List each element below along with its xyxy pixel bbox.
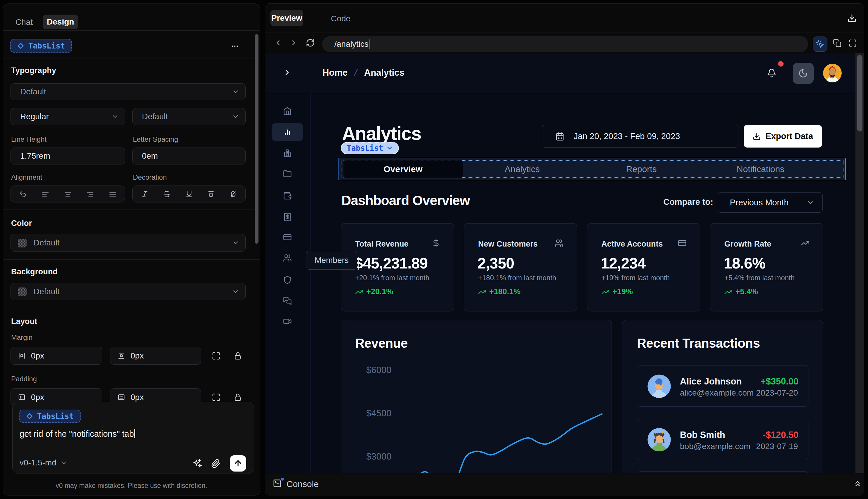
user-avatar[interactable] bbox=[823, 64, 842, 82]
viewport-scrollbar-track[interactable] bbox=[855, 53, 864, 473]
padding-expand-icon[interactable] bbox=[212, 393, 221, 402]
transaction-row[interactable]: Alice Johnson alice@example.com +$350.00… bbox=[637, 365, 808, 407]
align-center-icon[interactable] bbox=[64, 190, 72, 198]
layout-section-title: Layout bbox=[11, 317, 37, 326]
copy-icon[interactable] bbox=[833, 39, 841, 47]
compare-select[interactable]: Previous Month bbox=[718, 192, 823, 213]
transaction-row[interactable]: Bob Smith bob@example.com -$120.50 2023-… bbox=[637, 419, 808, 460]
nav-analytics-icon[interactable] bbox=[283, 127, 292, 136]
trending-up-icon bbox=[724, 288, 732, 296]
margin-expand-icon[interactable] bbox=[212, 352, 221, 360]
disclaimer-text: v0 may make mistakes. Please use with di… bbox=[3, 482, 260, 490]
font-weight-select[interactable]: Regular bbox=[11, 108, 125, 125]
stat-title: Growth Rate bbox=[724, 240, 771, 248]
arrow-up-icon bbox=[233, 459, 243, 468]
font-style-select[interactable]: Default bbox=[11, 83, 246, 100]
composer-input[interactable]: get rid of the "notifications" tab bbox=[20, 429, 135, 439]
app-viewport: Home / Analytics bbox=[265, 53, 864, 496]
margin-y-input[interactable]: 0px bbox=[110, 347, 201, 365]
breadcrumb-current[interactable]: Analytics bbox=[364, 68, 405, 78]
nav-projects-icon[interactable] bbox=[283, 169, 292, 178]
margin-x-input[interactable]: 0px bbox=[11, 347, 102, 365]
tab-chat[interactable]: Chat bbox=[15, 17, 33, 27]
stat-subtext: +19% from last month bbox=[602, 274, 670, 282]
nav-security-icon[interactable] bbox=[283, 276, 292, 284]
composer-component-chip[interactable]: TabsList bbox=[19, 410, 80, 423]
chevron-down-icon bbox=[232, 113, 239, 120]
decoration-button-group bbox=[132, 185, 246, 203]
selected-component-badge[interactable]: TabsList bbox=[341, 142, 399, 154]
letter-spacing-input[interactable]: 0em bbox=[132, 147, 246, 165]
app-topbar: Home / Analytics bbox=[265, 53, 864, 93]
left-panel-scrollbar[interactable] bbox=[255, 34, 259, 244]
tab-reports[interactable]: Reports bbox=[626, 164, 657, 174]
enhance-sparkles-icon[interactable] bbox=[192, 458, 203, 468]
tab-notifications[interactable]: Notifications bbox=[736, 164, 784, 174]
line-height-input[interactable]: 1.75rem bbox=[11, 147, 125, 165]
attach-paperclip-icon[interactable] bbox=[211, 459, 221, 468]
margin-lock-icon[interactable] bbox=[233, 352, 242, 360]
font-size-select[interactable]: Default bbox=[132, 108, 246, 125]
recent-transactions-card: Recent Transactions Alice Johnson alice@… bbox=[622, 320, 823, 496]
nav-video-icon[interactable] bbox=[283, 317, 292, 326]
stat-value: $45,231.89 bbox=[355, 254, 427, 272]
align-left-icon[interactable] bbox=[41, 190, 49, 198]
nav-wallet-icon[interactable] bbox=[283, 191, 292, 200]
select-mode-button[interactable] bbox=[813, 37, 827, 52]
console-bar[interactable]: Console bbox=[265, 473, 864, 496]
expand-console-icon[interactable] bbox=[853, 479, 862, 488]
fullscreen-icon[interactable] bbox=[848, 39, 857, 47]
nav-members-icon[interactable] bbox=[283, 254, 292, 263]
overline-icon[interactable] bbox=[207, 190, 215, 198]
download-project-icon[interactable] bbox=[847, 13, 857, 23]
stat-value: 12,234 bbox=[601, 254, 645, 272]
reset-alignment-icon[interactable] bbox=[19, 190, 27, 198]
export-data-button[interactable]: Export Data bbox=[744, 125, 822, 147]
stat-trend-badge: +19% bbox=[602, 287, 633, 296]
align-justify-icon[interactable] bbox=[109, 190, 116, 198]
underline-icon[interactable] bbox=[185, 190, 193, 198]
viewport-scrollbar-thumb[interactable] bbox=[857, 55, 863, 132]
left-panel-header: Chat Design bbox=[3, 4, 260, 31]
nav-invoices-icon[interactable] bbox=[283, 212, 292, 221]
tab-preview[interactable]: Preview bbox=[271, 10, 303, 26]
background-select[interactable]: Default bbox=[11, 283, 246, 300]
background-swatch bbox=[18, 288, 27, 296]
url-bar[interactable]: /analytics bbox=[322, 36, 808, 52]
date-range-picker[interactable]: Jan 20, 2023 - Feb 09, 2023 bbox=[542, 125, 739, 147]
chat-composer[interactable]: TabsList get rid of the "notifications" … bbox=[12, 402, 254, 474]
padding-lock-icon[interactable] bbox=[233, 393, 242, 402]
transaction-name: Alice Johnson bbox=[680, 376, 742, 387]
align-right-icon[interactable] bbox=[86, 190, 94, 198]
theme-toggle-button[interactable] bbox=[793, 63, 814, 84]
nav-organization-icon[interactable] bbox=[283, 149, 292, 157]
color-select[interactable]: Default bbox=[11, 234, 246, 252]
forward-icon[interactable] bbox=[290, 39, 298, 47]
letter-spacing-label: Letter Spacing bbox=[133, 135, 178, 144]
italic-icon[interactable] bbox=[141, 190, 149, 198]
transaction-name: Bob Smith bbox=[680, 430, 725, 440]
tab-design[interactable]: Design bbox=[43, 15, 78, 29]
tab-analytics[interactable]: Analytics bbox=[505, 164, 540, 174]
nav-messages-icon[interactable] bbox=[283, 296, 292, 305]
chevron-down-icon bbox=[807, 199, 814, 206]
breadcrumb-home[interactable]: Home bbox=[322, 68, 348, 78]
notifications-bell-icon[interactable] bbox=[767, 68, 776, 78]
back-icon[interactable] bbox=[274, 39, 282, 47]
padding-horizontal-icon bbox=[18, 393, 26, 401]
nav-home-icon[interactable] bbox=[283, 107, 292, 115]
strikethrough-icon[interactable] bbox=[163, 190, 171, 198]
send-button[interactable] bbox=[230, 455, 246, 472]
selected-component-chip[interactable]: TabsList bbox=[10, 39, 72, 52]
sidebar-toggle-icon[interactable] bbox=[283, 68, 292, 77]
console-label: Console bbox=[286, 479, 319, 489]
margin-label: Margin bbox=[11, 333, 33, 342]
model-selector[interactable]: v0-1.5-md bbox=[20, 458, 67, 467]
refresh-icon[interactable] bbox=[306, 38, 315, 47]
no-decoration-icon[interactable] bbox=[229, 190, 237, 198]
typography-section-title: Typography bbox=[11, 66, 57, 75]
tab-code[interactable]: Code bbox=[331, 14, 350, 23]
nav-cards-icon[interactable] bbox=[283, 233, 292, 242]
more-options-icon[interactable] bbox=[231, 42, 239, 50]
tab-overview[interactable]: Overview bbox=[383, 164, 422, 174]
